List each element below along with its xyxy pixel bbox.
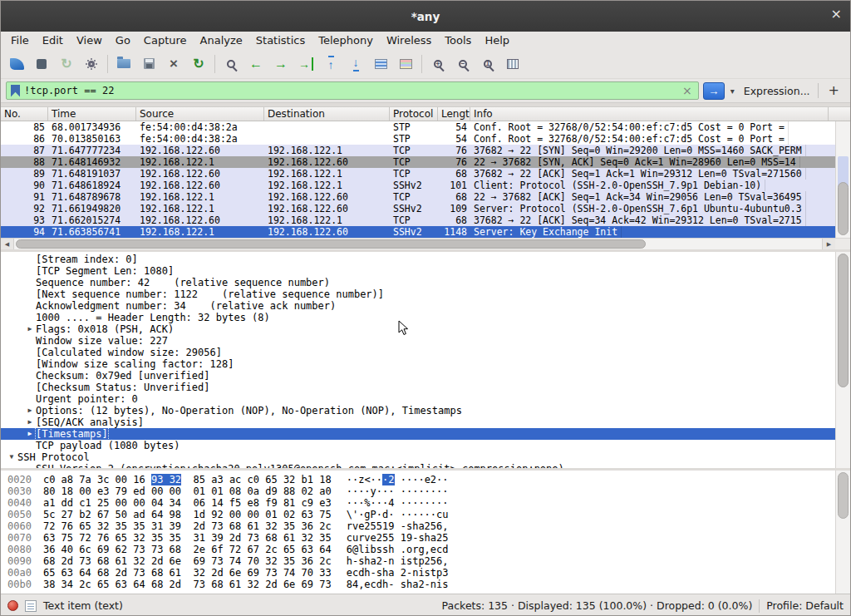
detail-line[interactable]: [TCP Segment Len: 1080] [1, 265, 835, 277]
hex-row-0050[interactable]: 00505c 27 b2 67 50 ad 64 98 1d 92 00 00 … [7, 509, 834, 520]
menu-statistics[interactable]: Statistics [249, 32, 312, 49]
detail-line[interactable]: [Checksum Status: Unverified] [1, 382, 835, 393]
filter-bookmark-icon[interactable] [11, 85, 20, 97]
detail-line[interactable]: [Calculated window size: 29056] [1, 347, 835, 358]
reload-file-button[interactable] [186, 52, 211, 76]
go-forward-button[interactable] [268, 52, 293, 76]
detail-line[interactable]: Sequence number: 42 (relative sequence n… [1, 277, 835, 288]
auto-scroll-button[interactable] [368, 52, 393, 76]
detail-line[interactable]: [Next sequence number: 1122 (relative se… [1, 288, 835, 300]
packet-list-hscrollbar[interactable] [1, 238, 850, 249]
details-scrollbar-thumb[interactable] [838, 254, 849, 387]
hex-row-0040[interactable]: 0040a1 dd c1 25 00 00 04 34 06 14 f5 e8 … [7, 497, 834, 509]
detail-line[interactable]: Acknowledgment number: 34 (relative ack … [1, 300, 835, 312]
detail-line[interactable]: TCP payload (1080 bytes) [1, 440, 835, 451]
hex-row-0030[interactable]: 003080 18 00 e3 79 ed 00 00 01 01 08 0a … [7, 485, 834, 497]
packet-row-92[interactable]: 9271.661949820192.168.122.1192.168.122.6… [1, 203, 835, 214]
packet-list-scrollbar-thumb[interactable] [838, 182, 849, 235]
add-filter-button[interactable]: + [823, 82, 845, 100]
menu-wireless[interactable]: Wireless [380, 32, 438, 49]
hex-row-0020[interactable]: 0020c0 a8 7a 3c 00 16 93 32 85 a3 ac c0 … [7, 474, 834, 485]
resize-columns-button[interactable] [500, 52, 525, 76]
details-scrollbar[interactable] [835, 252, 850, 468]
hex-row-0070[interactable]: 007063 75 72 76 65 32 35 35 31 39 2d 73 … [7, 532, 834, 544]
packet-list-scrollbar[interactable] [835, 121, 850, 238]
menu-telephony[interactable]: Telephony [312, 32, 380, 49]
hscroll-track[interactable] [14, 239, 822, 249]
column-header-len[interactable]: Length [438, 107, 470, 121]
collapse-arrow-icon[interactable]: ▼ [6, 451, 17, 463]
colorize-button[interactable] [393, 52, 418, 76]
close-file-button[interactable] [161, 52, 186, 76]
packet-row-89[interactable]: 8971.648191037192.168.122.60192.168.122.… [1, 168, 835, 180]
packet-row-86[interactable]: 8670.013850163fe:54:00:d4:38:2aSTP54Conf… [1, 133, 835, 145]
hex-row-0080[interactable]: 008036 40 6c 69 62 73 73 68 2e 6f 72 67 … [7, 544, 834, 555]
detail-line[interactable]: SSH Version 2 (encryption:chacha20-poly1… [1, 463, 835, 468]
restart-capture-button[interactable] [54, 52, 79, 76]
packet-row-87[interactable]: 8771.647777234192.168.122.60192.168.122.… [1, 145, 835, 156]
filter-input[interactable] [24, 85, 676, 96]
detail-line[interactable]: Checksum: 0x79ed [unverified] [1, 370, 835, 382]
filter-dropdown-icon[interactable]: ▾ [729, 86, 736, 96]
detail-line[interactable]: [Window size scaling factor: 128] [1, 358, 835, 370]
detail-line[interactable]: ▶Options: (12 bytes), No-Operation (NOP)… [1, 405, 835, 416]
detail-line[interactable]: [Stream index: 0] [1, 254, 835, 265]
detail-line[interactable]: ▶[SEQ/ACK analysis] [1, 416, 835, 428]
detail-line[interactable]: ▶[Timestamps] [1, 428, 835, 440]
detail-line[interactable]: ▼SSH Protocol [1, 451, 835, 463]
column-header-proto[interactable]: Protocol [390, 107, 438, 121]
start-capture-button[interactable] [4, 52, 29, 76]
close-window-button[interactable]: × [831, 7, 842, 21]
menu-tools[interactable]: Tools [438, 32, 478, 49]
hex-row-0090[interactable]: 009068 2d 73 68 61 32 2d 6e 69 73 74 70 … [7, 555, 834, 567]
hex-scrollbar[interactable] [835, 471, 850, 594]
go-to-packet-button[interactable] [293, 52, 318, 76]
packet-row-93[interactable]: 9371.662015274192.168.122.60192.168.122.… [1, 214, 835, 226]
save-file-button[interactable] [136, 52, 161, 76]
expand-arrow-icon[interactable]: ▶ [24, 416, 36, 428]
hex-row-00b0[interactable]: 00b038 34 2c 65 63 64 68 2d 73 68 61 32 … [7, 579, 834, 590]
menu-go[interactable]: Go [109, 32, 137, 49]
menu-view[interactable]: View [70, 32, 109, 49]
hscroll-thumb[interactable] [16, 239, 646, 249]
open-file-button[interactable] [111, 52, 136, 76]
packet-row-88[interactable]: 8871.648146932192.168.122.1192.168.122.6… [1, 156, 835, 168]
go-first-button[interactable] [318, 52, 343, 76]
apply-filter-button[interactable]: → [703, 82, 725, 100]
expand-arrow-icon[interactable]: ▶ [24, 323, 36, 335]
hscroll-left-arrow-icon[interactable] [1, 239, 14, 249]
packet-row-91[interactable]: 9171.648789678192.168.122.1192.168.122.6… [1, 191, 835, 203]
expression-button[interactable]: Expression... [740, 85, 814, 97]
find-packet-button[interactable] [219, 52, 243, 76]
expand-arrow-icon[interactable]: ▶ [24, 428, 36, 440]
menu-analyze[interactable]: Analyze [194, 32, 249, 49]
zoom-original-button[interactable] [475, 52, 500, 76]
hex-row-00a0[interactable]: 00a065 63 64 68 2d 73 68 61 32 2d 6e 69 … [7, 567, 834, 579]
profile-button[interactable]: Profile: Default [766, 599, 844, 612]
column-header-source[interactable]: Source [136, 107, 264, 121]
detail-line[interactable]: ▶Flags: 0x018 (PSH, ACK) [1, 323, 835, 335]
capture-comment-icon[interactable] [25, 600, 37, 612]
detail-line[interactable]: 1000 .... = Header Length: 32 bytes (8) [1, 312, 835, 323]
expert-info-icon[interactable] [7, 600, 18, 611]
hscroll-right-arrow-icon[interactable] [822, 239, 835, 249]
packet-row-85[interactable]: 8568.001734936fe:54:00:d4:38:2aSTP54Conf… [1, 121, 835, 133]
go-back-button[interactable] [243, 52, 268, 76]
hex-row-0060[interactable]: 006072 76 65 32 35 35 31 39 2d 73 68 61 … [7, 520, 834, 532]
stop-capture-button[interactable] [29, 52, 54, 76]
zoom-out-button[interactable] [450, 52, 475, 76]
hex-scrollbar-thumb[interactable] [838, 472, 849, 519]
column-header-info[interactable]: Info [470, 107, 829, 121]
menu-help[interactable]: Help [478, 32, 516, 49]
detail-line[interactable]: Urgent pointer: 0 [1, 393, 835, 405]
title-bar[interactable]: *any × [1, 1, 850, 32]
menu-capture[interactable]: Capture [137, 32, 194, 49]
column-header-time[interactable]: Time [48, 107, 136, 121]
menu-file[interactable]: File [4, 32, 36, 49]
expand-arrow-icon[interactable]: ▶ [24, 405, 36, 416]
menu-edit[interactable]: Edit [36, 32, 70, 49]
capture-options-button[interactable] [79, 52, 104, 76]
filter-field[interactable]: × [6, 81, 699, 100]
packet-row-94[interactable]: 9471.663856741192.168.122.1192.168.122.6… [1, 226, 835, 238]
detail-line[interactable]: Window size value: 227 [1, 335, 835, 347]
